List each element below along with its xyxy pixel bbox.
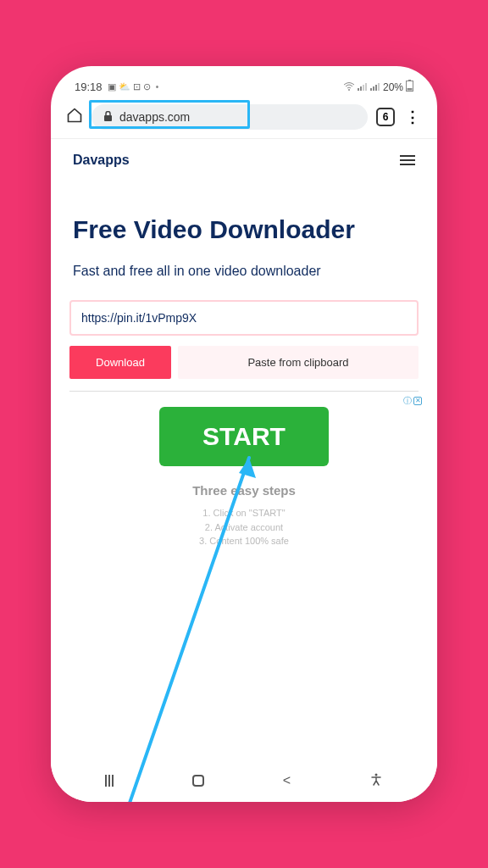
nav-recent-icon[interactable] (105, 775, 114, 787)
battery-icon (406, 80, 413, 94)
page-subtitle: Fast and free all in one video downloade… (73, 262, 415, 281)
ad-step-1: 1. Click on "START" (69, 506, 419, 520)
svg-rect-4 (365, 83, 367, 91)
svg-rect-6 (373, 86, 374, 91)
hamburger-icon[interactable] (400, 155, 415, 165)
url-input[interactable] (81, 311, 407, 325)
ad-block: ⓘ ✕ START Three easy steps 1. Click on "… (69, 391, 419, 548)
status-icons-left: ▣ ⛅ ⊡ ⊙ (108, 81, 151, 92)
ad-start-button[interactable]: START (159, 407, 329, 466)
svg-rect-2 (360, 86, 362, 91)
ad-step-3: 3. Content 100% safe (69, 534, 419, 548)
url-text: davapps.com (119, 110, 190, 124)
lock-icon (103, 111, 113, 124)
site-header: Davapps (51, 139, 437, 176)
ad-badge: ⓘ ✕ (403, 395, 422, 407)
android-nav-bar: < (51, 760, 437, 802)
svg-point-0 (348, 89, 350, 91)
ad-close-icon[interactable]: ✕ (413, 397, 422, 405)
svg-rect-7 (375, 85, 377, 91)
phone-frame: 19:18 ▣ ⛅ ⊡ ⊙ • 20% (51, 66, 437, 802)
brand-logo[interactable]: Davapps (73, 153, 130, 168)
download-button[interactable]: Download (69, 346, 171, 379)
svg-rect-3 (363, 85, 364, 91)
page-title: Free Video Downloader (73, 215, 415, 245)
status-time: 19:18 (75, 81, 103, 93)
hero-section: Free Video Downloader Fast and free all … (51, 176, 437, 280)
svg-rect-8 (378, 83, 380, 91)
browser-bar: davapps.com 6 ⋮ (51, 97, 437, 139)
button-row: Download Paste from clipboard (69, 346, 419, 379)
url-bar[interactable]: davapps.com (92, 104, 368, 130)
status-dot: • (156, 82, 159, 92)
url-input-wrap[interactable] (69, 300, 419, 336)
svg-rect-1 (358, 88, 359, 91)
ad-steps: 1. Click on "START" 2. Activate account … (69, 506, 419, 548)
nav-accessibility-icon[interactable] (369, 772, 383, 789)
svg-point-13 (374, 774, 377, 776)
signal-icon (358, 81, 368, 93)
menu-dots-icon[interactable]: ⋮ (403, 108, 422, 126)
nav-back-icon[interactable]: < (283, 773, 291, 788)
wifi-icon (343, 81, 355, 93)
status-bar: 19:18 ▣ ⛅ ⊡ ⊙ • 20% (51, 66, 437, 97)
ad-subtitle: Three easy steps (69, 483, 419, 498)
svg-rect-5 (370, 88, 372, 91)
signal-icon-2 (370, 81, 380, 93)
svg-rect-11 (408, 88, 413, 91)
ad-info-icon[interactable]: ⓘ (403, 395, 412, 407)
svg-rect-12 (104, 115, 112, 121)
nav-home-icon[interactable] (192, 775, 204, 787)
battery-text: 20% (383, 81, 403, 93)
home-icon[interactable] (66, 107, 83, 128)
paste-clipboard-button[interactable]: Paste from clipboard (178, 346, 419, 379)
ad-step-2: 2. Activate account (69, 520, 419, 535)
tab-count-button[interactable]: 6 (376, 108, 395, 126)
